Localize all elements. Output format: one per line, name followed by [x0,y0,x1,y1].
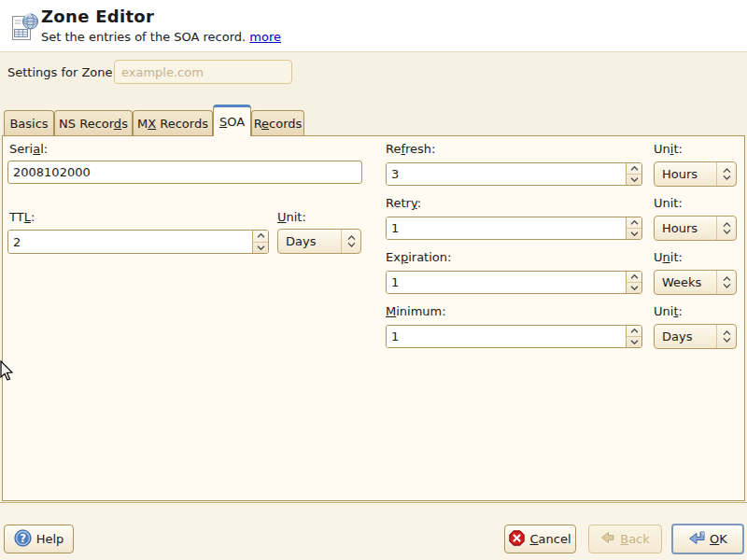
expiration-label: Expiration: [386,250,451,264]
minimum-label: Minimum: [386,304,446,318]
spin-down-icon[interactable] [627,229,641,239]
header: Zone Editor Set the entries of the SOA r… [0,0,747,52]
page-subtitle: Set the entries of the SOA record. more [41,30,281,44]
spin-down-icon[interactable] [627,175,641,185]
cancel-button[interactable]: Cancel [504,525,576,553]
ttl-label: TTL: [9,210,35,224]
combo-arrows-icon [716,217,736,240]
retry-spinbox [386,217,642,240]
svg-text:?: ? [20,531,26,544]
ttl-spinbox [7,230,269,254]
soa-tab-panel [2,135,745,501]
ttl-unit-select[interactable]: Days [277,229,361,254]
refresh-label: Refresh: [386,142,435,156]
dns-zone-document-icon [9,9,40,46]
retry-unit-select[interactable]: Hours [654,216,737,241]
back-arrow-icon [600,530,615,548]
zone-name-field [114,60,292,84]
minimum-spinner [626,326,641,347]
spin-down-icon[interactable] [627,283,641,293]
combo-arrows-icon [341,230,360,253]
spin-up-icon[interactable] [253,231,268,243]
minimum-unit-label: Unit: [654,304,683,318]
settings-for-zone-label: Settings for Zone [7,65,113,79]
retry-input[interactable] [387,217,626,239]
combo-arrows-icon [716,162,736,186]
cancel-stop-icon [509,530,525,549]
spin-up-icon[interactable] [627,326,641,337]
spin-up-icon[interactable] [627,163,641,175]
page-title: Zone Editor [41,7,154,26]
ttl-spinner [252,231,268,253]
spin-up-icon[interactable] [627,217,641,229]
retry-label: Retry: [386,196,421,210]
tab-mx-records[interactable]: MX Records [133,110,213,135]
retry-unit-label: Unit: [654,196,683,210]
serial-label: Serial: [9,142,48,156]
ok-button[interactable]: OK [671,524,744,554]
tab-ns-records[interactable]: NS Records [54,110,133,135]
back-button: Back [588,525,662,553]
ttl-input[interactable] [8,231,252,253]
subtitle-text: Set the entries of the SOA record. [41,30,246,44]
minimum-input[interactable] [387,326,626,347]
tab-basics[interactable]: Basics [4,110,54,135]
combo-arrows-icon [716,325,736,348]
refresh-unit-label: Unit: [654,142,683,156]
help-button[interactable]: ? Help [4,525,74,553]
minimum-unit-select[interactable]: Days [654,324,737,349]
refresh-spinner [626,163,641,185]
zone-editor-window: Zone Editor Set the entries of the SOA r… [0,0,747,560]
spin-down-icon[interactable] [253,243,268,254]
expiration-unit-label: Unit: [654,250,683,264]
serial-input[interactable] [7,161,362,184]
retry-spinner [626,217,641,239]
tab-soa[interactable]: SOA [213,105,251,136]
ttl-unit-label: Unit: [277,210,306,224]
ok-enter-icon [688,530,705,549]
minimum-spinbox [386,325,642,348]
combo-arrows-icon [716,271,736,294]
tab-records[interactable]: Records [251,110,304,135]
refresh-unit-select[interactable]: Hours [654,161,737,187]
help-question-icon: ? [14,529,32,550]
expiration-unit-select[interactable]: Weeks [654,270,737,295]
spin-down-icon[interactable] [627,337,641,347]
expiration-input[interactable] [387,272,626,293]
expiration-spinner [626,272,641,293]
more-link[interactable]: more [249,30,281,44]
spin-up-icon[interactable] [627,272,641,283]
refresh-spinbox [386,162,642,186]
refresh-input[interactable] [387,163,626,185]
expiration-spinbox [386,271,642,294]
